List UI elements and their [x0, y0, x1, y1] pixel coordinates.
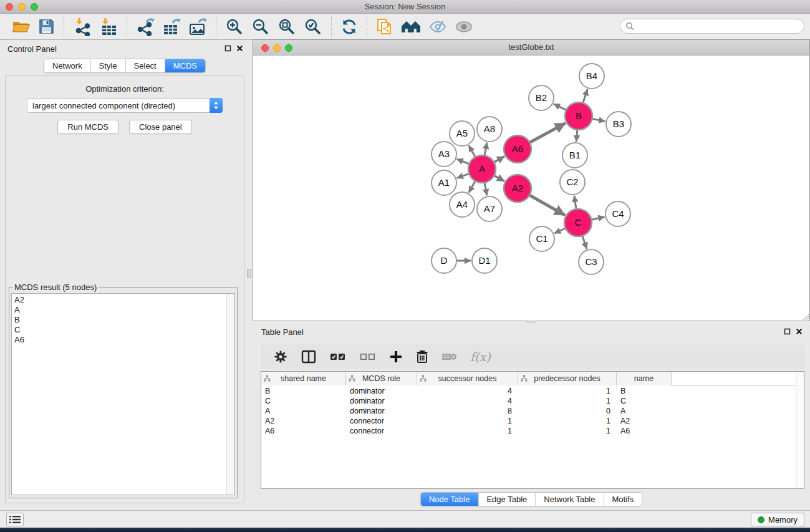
delete-table-button[interactable] [436, 350, 463, 364]
result-scrollbar[interactable] [226, 294, 234, 495]
table-cell[interactable]: A6 [261, 426, 346, 436]
run-mcds-button[interactable]: Run MCDS [57, 120, 118, 134]
graph-node-B[interactable]: B [565, 102, 592, 130]
table-cell[interactable]: 1 [518, 396, 617, 406]
close-table-panel-icon[interactable] [796, 328, 803, 335]
column-selector-button[interactable] [296, 348, 322, 365]
table-row[interactable]: Adominator80A [261, 406, 795, 416]
tab-style[interactable]: Style [90, 59, 125, 72]
graph-node-A6[interactable]: A6 [504, 135, 531, 163]
tab-edge-table[interactable]: Edge Table [478, 493, 535, 506]
new-network-from-selection-button[interactable] [372, 16, 397, 37]
graph-node-C4[interactable]: C4 [605, 201, 630, 226]
export-image-button[interactable] [185, 16, 211, 37]
vertical-splitter-handle[interactable] [247, 269, 251, 278]
table-row[interactable]: A6connector11A6 [261, 426, 795, 436]
graph-node-B2[interactable]: B2 [529, 85, 554, 110]
table-cell[interactable]: 4 [417, 386, 518, 396]
mcds-result-item[interactable]: B [14, 315, 234, 325]
export-network-button[interactable] [132, 16, 158, 37]
table-cell[interactable]: 8 [417, 406, 518, 416]
mcds-result-list[interactable]: A2ABCA6 [11, 293, 235, 495]
column-header-name[interactable]: name [617, 372, 672, 385]
function-builder-button[interactable]: f(x) [465, 349, 496, 365]
table-scrollbar[interactable] [796, 372, 804, 488]
graph-node-B3[interactable]: B3 [606, 112, 631, 137]
table-cell[interactable]: 1 [417, 416, 518, 426]
zoom-in-button[interactable] [221, 16, 248, 37]
column-header-predecessor-nodes[interactable]: predecessor nodes [518, 372, 617, 385]
table-cell[interactable]: B [261, 386, 346, 396]
mcds-result-item[interactable]: C [14, 325, 234, 335]
import-table-button[interactable] [95, 16, 122, 37]
table-cell[interactable]: 0 [518, 406, 617, 416]
table-row[interactable]: Cdominator41C [261, 396, 795, 406]
table-cell[interactable]: A2 [617, 416, 672, 426]
table-cell[interactable]: 1 [417, 426, 518, 436]
network-window-titlebar[interactable]: testGlobe.txt [253, 40, 809, 56]
tab-motifs[interactable]: Motifs [603, 493, 642, 506]
search-input[interactable] [620, 19, 804, 34]
deselect-all-button[interactable] [354, 349, 382, 364]
show-all-button[interactable] [451, 19, 477, 34]
tab-network-table[interactable]: Network Table [535, 493, 603, 506]
settings-button[interactable] [268, 348, 293, 365]
tab-select[interactable]: Select [125, 59, 165, 72]
close-panel-button[interactable]: Close panel [129, 120, 192, 134]
tab-node-table[interactable]: Node Table [421, 493, 478, 506]
float-table-panel-icon[interactable] [784, 328, 791, 335]
table-cell[interactable]: 4 [417, 396, 518, 406]
zoom-fit-button[interactable] [274, 16, 300, 37]
graph-node-B4[interactable]: B4 [579, 64, 604, 89]
refresh-layout-button[interactable] [337, 17, 362, 37]
table-cell[interactable]: 1 [518, 426, 617, 436]
mcds-result-item[interactable]: A6 [14, 335, 234, 345]
column-header-shared-name[interactable]: shared name [261, 372, 346, 385]
column-header-MCDS-role[interactable]: MCDS role [346, 372, 417, 385]
select-all-button[interactable] [324, 349, 352, 364]
graph-node-C1[interactable]: C1 [529, 226, 554, 251]
table-cell[interactable]: 1 [518, 416, 617, 426]
table-cell[interactable]: A [261, 406, 346, 416]
graph-node-A7[interactable]: A7 [477, 196, 502, 221]
table-cell[interactable]: dominator [346, 396, 417, 406]
close-panel-icon[interactable] [236, 45, 243, 52]
table-row[interactable]: Bdominator41B [261, 386, 795, 396]
graph-node-B1[interactable]: B1 [562, 143, 587, 168]
hide-selected-button[interactable] [425, 18, 451, 36]
graph-node-A8[interactable]: A8 [477, 117, 502, 142]
save-session-button[interactable] [34, 17, 59, 36]
zoom-out-button[interactable] [248, 16, 274, 37]
table-cell[interactable]: C [617, 396, 672, 406]
table-cell[interactable]: dominator [346, 386, 417, 396]
graph-node-A2[interactable]: A2 [504, 175, 531, 202]
table-cell[interactable]: dominator [346, 406, 417, 416]
graph-node-D1[interactable]: D1 [472, 248, 497, 273]
tab-network[interactable]: Network [44, 59, 90, 72]
export-table-button[interactable] [158, 16, 185, 37]
column-header-successor-nodes[interactable]: successor nodes [417, 372, 518, 385]
table-cell[interactable]: connector [346, 416, 417, 426]
graph-node-A[interactable]: A [468, 155, 496, 183]
float-panel-icon[interactable] [224, 45, 231, 52]
memory-button[interactable]: Memory [751, 513, 804, 526]
task-history-button[interactable] [6, 513, 24, 526]
graph-node-A4[interactable]: A4 [450, 192, 475, 217]
table-cell[interactable]: connector [346, 426, 417, 436]
import-network-button[interactable] [69, 16, 95, 37]
graph-node-A1[interactable]: A1 [432, 170, 456, 195]
delete-rows-button[interactable] [410, 348, 434, 365]
mcds-result-item[interactable]: A [14, 305, 234, 315]
resize-grip-icon[interactable] [801, 312, 809, 320]
table-cell[interactable]: C [261, 396, 346, 406]
add-row-button[interactable] [384, 349, 408, 365]
network-canvas[interactable]: B4B2BB3B1A5A8A6A3AA1A2C2A4A7CC4C1C3DD1 [253, 56, 809, 321]
graph-node-C2[interactable]: C2 [560, 170, 585, 195]
criterion-select[interactable]: largest connected component (directed) [27, 98, 223, 113]
graph-node-A3[interactable]: A3 [432, 142, 456, 167]
table-cell[interactable]: 1 [518, 386, 617, 396]
home-button[interactable] [397, 17, 425, 36]
table-cell[interactable]: A2 [261, 416, 346, 426]
mcds-result-item[interactable]: A2 [14, 295, 234, 305]
table-cell[interactable]: A6 [617, 426, 672, 436]
